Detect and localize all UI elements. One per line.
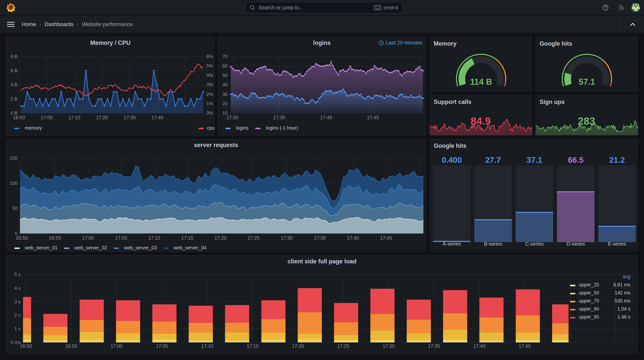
svg-text:100: 100 xyxy=(10,180,18,186)
svg-text:17:15: 17:15 xyxy=(247,343,259,349)
svg-text:2 s: 2 s xyxy=(14,312,20,318)
svg-text:web_server_02: web_server_02 xyxy=(74,245,107,250)
svg-text:0 ms: 0 ms xyxy=(10,340,20,345)
svg-text:6%: 6% xyxy=(206,54,213,59)
svg-text:57.1: 57.1 xyxy=(579,77,595,86)
svg-text:17:00: 17:00 xyxy=(110,343,123,349)
svg-text:50: 50 xyxy=(12,206,18,211)
svg-text:17:35: 17:35 xyxy=(428,343,440,349)
svg-text:17:45: 17:45 xyxy=(367,115,379,120)
svg-text:1%: 1% xyxy=(206,101,213,106)
svg-text:6.81 ms: 6.81 ms xyxy=(613,282,630,287)
svg-text:logins: logins xyxy=(236,125,248,130)
svg-text:17:30: 17:30 xyxy=(281,235,293,240)
svg-text:30: 30 xyxy=(222,92,228,97)
svg-text:17:30: 17:30 xyxy=(383,343,395,349)
svg-text:66.5: 66.5 xyxy=(568,156,584,164)
svg-text:A-series: A-series xyxy=(442,241,461,247)
svg-text:C-series: C-series xyxy=(525,241,544,247)
svg-text:16:55: 16:55 xyxy=(49,235,61,240)
svg-text:17:10: 17:10 xyxy=(201,343,213,349)
svg-text:16:50: 16:50 xyxy=(16,235,28,240)
svg-text:8 B: 8 B xyxy=(10,54,18,59)
svg-text:17:25: 17:25 xyxy=(337,343,350,349)
svg-text:17:45: 17:45 xyxy=(519,343,531,349)
svg-text:upper_95: upper_95 xyxy=(579,314,599,320)
svg-text:1.04 s: 1.04 s xyxy=(617,306,630,312)
svg-text:2 B: 2 B xyxy=(10,96,18,102)
svg-text:web_server_01: web_server_01 xyxy=(24,245,58,250)
svg-text:17:35: 17:35 xyxy=(314,235,326,240)
svg-text:17:10: 17:10 xyxy=(148,235,160,240)
svg-text:0%: 0% xyxy=(206,110,213,116)
svg-text:150: 150 xyxy=(10,156,18,161)
svg-text:40: 40 xyxy=(222,82,228,87)
svg-text:535 ms: 535 ms xyxy=(615,298,630,304)
svg-text:16:50: 16:50 xyxy=(20,343,32,349)
svg-text:17:15: 17:15 xyxy=(181,235,194,240)
svg-text:B-series: B-series xyxy=(484,241,502,247)
svg-text:logins (-1 hour): logins (-1 hour) xyxy=(266,125,298,130)
svg-text:17:35: 17:35 xyxy=(273,115,285,120)
svg-text:memory: memory xyxy=(25,125,42,130)
svg-text:5 s: 5 s xyxy=(14,272,20,277)
svg-text:3 s: 3 s xyxy=(14,299,20,304)
svg-text:17:25: 17:25 xyxy=(248,235,260,240)
svg-text:17:20: 17:20 xyxy=(96,115,108,120)
svg-text:17:40: 17:40 xyxy=(474,343,486,349)
svg-text:1 s: 1 s xyxy=(14,326,20,331)
svg-text:4 s: 4 s xyxy=(14,286,20,290)
svg-text:20: 20 xyxy=(222,101,228,106)
svg-text:142 ms: 142 ms xyxy=(615,290,630,296)
svg-text:21.2: 21.2 xyxy=(609,156,625,164)
svg-text:D-series: D-series xyxy=(566,241,585,247)
svg-text:17:10: 17:10 xyxy=(68,115,80,120)
svg-text:E-series: E-series xyxy=(608,241,626,247)
svg-text:cpu: cpu xyxy=(207,125,214,130)
svg-text:upper_50: upper_50 xyxy=(579,290,599,296)
svg-text:17:40: 17:40 xyxy=(320,115,332,120)
svg-text:70: 70 xyxy=(222,54,228,59)
svg-text:upper_75: upper_75 xyxy=(579,298,599,304)
svg-text:4 B: 4 B xyxy=(10,82,18,87)
svg-text:web_server_04: web_server_04 xyxy=(174,245,206,250)
svg-text:0.400: 0.400 xyxy=(442,156,462,164)
svg-text:6 B: 6 B xyxy=(10,68,18,73)
svg-text:60: 60 xyxy=(222,63,228,68)
svg-text:17:30: 17:30 xyxy=(226,115,238,120)
svg-text:1.46 s: 1.46 s xyxy=(617,314,630,320)
svg-text:17:05: 17:05 xyxy=(115,235,127,240)
svg-text:17:05: 17:05 xyxy=(156,343,168,349)
svg-text:upper_90: upper_90 xyxy=(579,306,599,312)
svg-text:upper_25: upper_25 xyxy=(579,282,599,287)
svg-text:17:30: 17:30 xyxy=(124,115,136,120)
svg-text:37.1: 37.1 xyxy=(526,156,542,164)
svg-text:16:50: 16:50 xyxy=(13,115,25,120)
svg-text:2%: 2% xyxy=(206,92,213,97)
svg-text:17:00: 17:00 xyxy=(41,115,53,120)
svg-text:27.7: 27.7 xyxy=(485,156,501,164)
svg-text:web_server_03: web_server_03 xyxy=(124,245,157,250)
svg-text:17:45: 17:45 xyxy=(380,235,392,240)
svg-text:17:40: 17:40 xyxy=(347,235,359,240)
svg-text:17:20: 17:20 xyxy=(214,235,226,240)
svg-text:5%: 5% xyxy=(206,63,213,68)
svg-text:4%: 4% xyxy=(206,73,213,78)
svg-text:3%: 3% xyxy=(206,82,213,87)
svg-text:16:55: 16:55 xyxy=(65,343,77,349)
svg-text:17:20: 17:20 xyxy=(292,343,304,349)
svg-text:50: 50 xyxy=(222,73,228,78)
svg-text:avg: avg xyxy=(623,274,630,279)
svg-text:17:40: 17:40 xyxy=(152,115,164,120)
svg-text:17:00: 17:00 xyxy=(82,235,94,240)
svg-text:114 B: 114 B xyxy=(470,77,492,86)
